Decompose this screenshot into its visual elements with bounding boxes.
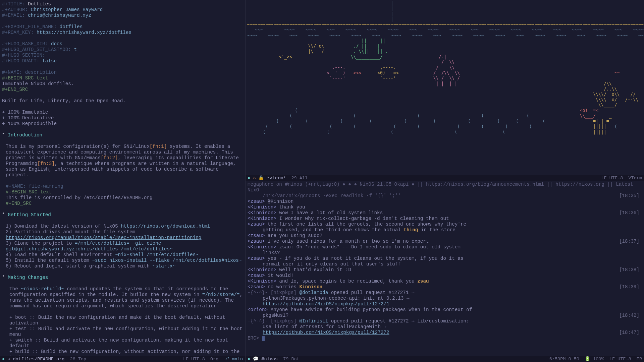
- irc-link[interactable]: https://github.com/NixOS/nixpkgs/pull/12…: [248, 330, 642, 336]
- heading-making-changes[interactable]: Making Changes: [8, 275, 48, 280]
- back-icon[interactable]: ◂: [7, 356, 13, 362]
- meta-key: #+HUGO_DRAFT:: [2, 58, 40, 64]
- list-item: 4) Load the default shell environment: [6, 252, 115, 257]
- irc-message: Anyone have advice for building python p…: [271, 307, 472, 312]
- major-mode[interactable]: VTerm: [628, 175, 642, 181]
- meta-key: #+EMAIL:: [2, 13, 25, 18]
- heading-intro[interactable]: Introduction: [8, 132, 42, 138]
- heading-getting-started[interactable]: Getting Started: [8, 212, 51, 218]
- irc-nick: <zsau>: [248, 273, 265, 278]
- inline-code: ~sudo nixos-install --flake /mnt/etc/dot…: [92, 258, 241, 263]
- irc-system-msg: -{^-^}- [nixpkgs] @Infinisil opened pull…: [248, 318, 642, 324]
- list-item: + 100% Reproducible: [2, 121, 243, 127]
- irc-nick: <Kinnison>: [248, 210, 276, 216]
- irc-system-msg: Use lists of attrsets for callPackageWit…: [248, 324, 642, 330]
- ascii-art: | | | | ~~~~~~~~~~~~~~~~~~~~~~~~~~~~~~: [247, 1, 643, 135]
- battery-pct: 100%: [593, 356, 604, 362]
- paragraph: The ~nixos-rebuild~ command updates the …: [2, 286, 243, 309]
- irc-topic: megaphone on #nixos (+nrt,lag:0) ● ● ● N…: [248, 182, 642, 193]
- buffer-name[interactable]: #nixos: [261, 356, 278, 362]
- modeline-left[interactable]: ● ◂ dotfiles/README.org 28 Top LF UTF-8 …: [0, 356, 245, 362]
- irc-nick: <zsau>: [248, 256, 265, 261]
- position-indicator: 28 Top: [70, 356, 87, 362]
- irc-nick: <Kinnison>: [248, 204, 276, 210]
- irc-message: <zsau> the first one lists all the gcroo…: [248, 222, 642, 227]
- src-name: #+NAME: file-warning: [6, 184, 63, 189]
- list-item: + test :: Build and activate the new con…: [2, 326, 243, 338]
- footnote-ref[interactable]: [fn:3]: [37, 161, 54, 166]
- end-src: #+END_SRC: [2, 87, 28, 92]
- irc-message: <Kinnison> wow I have a lot of old syste…: [248, 210, 642, 216]
- meta-val: https://chrishayward.xyz/dotfiles: [37, 30, 131, 35]
- footnote-ref[interactable]: [fn:1]: [150, 144, 167, 149]
- irc-message: normal user it only cleans out that user…: [248, 261, 642, 267]
- irc-buffer[interactable]: megaphone on #nixos (+nrt,lag:0) ● ● ● N…: [246, 181, 644, 356]
- encoding: LF UTF-8: [609, 356, 631, 362]
- irc-system-msg: python3Packages.python-ecobee-api: init …: [248, 296, 642, 301]
- heading-bullet: *: [2, 275, 8, 280]
- inline-code: ~startx~: [153, 263, 176, 269]
- buffer-name[interactable]: *vterm*: [267, 175, 286, 181]
- irc-input[interactable]: ERC>: [248, 336, 642, 341]
- meta-key: #+HUGO_BASE_DIR:: [2, 41, 48, 47]
- encoding: LF UTF-8: [183, 356, 205, 362]
- major-mode[interactable]: ER: [637, 356, 642, 362]
- position-indicator: 79 Bot: [283, 356, 300, 362]
- list-item: 1) Download the latest version of NixOS: [6, 224, 121, 229]
- doc-author: Christopher James Hayward: [31, 7, 103, 12]
- footnote-ref[interactable]: [fn:2]: [101, 155, 118, 161]
- modeline-irc[interactable]: ● 💬 #nixos 79 Bot 6:53PM 0.50 🔋 100% LF …: [246, 356, 644, 362]
- link[interactable]: https://nixos.org/manual/nixos/stable/#s…: [6, 235, 201, 240]
- irc-timestamp: [18:42]: [619, 313, 642, 318]
- buffer-name[interactable]: dotfiles/README.org: [13, 356, 64, 362]
- irc-timestamp: [18:37]: [619, 239, 642, 244]
- git-branch[interactable]: main: [232, 356, 243, 362]
- irc-nick: <zsau>: [248, 233, 265, 238]
- lock-icon: ⌂ 🔒: [253, 175, 267, 181]
- src-name: #+NAME: description: [2, 70, 57, 75]
- heading-bullet: *: [2, 212, 8, 218]
- inline-code: ~nixos-rebuild~: [21, 286, 64, 292]
- irc-message: <zsau> @Kinnison: [248, 199, 642, 204]
- irc-topic: /nix/var/nix/gcroots -exec readlink -f '…: [248, 193, 642, 199]
- list-item: + switch :: Build and activate the new c…: [2, 338, 243, 349]
- irc-timestamp: [18:35]: [619, 193, 642, 199]
- irc-nick: <Kinnison>: [248, 267, 276, 273]
- irc-timestamp: [18:36]: [619, 210, 642, 216]
- irc-message: <zsau> it would!: [248, 273, 642, 279]
- cursor: [262, 336, 265, 341]
- meta-val: t: [74, 47, 77, 52]
- irc-message: pkgsMusl?: [263, 313, 288, 318]
- irc-message: <Kinnison> well that'd explain it :D[18:…: [248, 267, 642, 273]
- meta-key: #+HUGO_SECTION:: [2, 53, 45, 58]
- list-item: 6) Reboot and login, start a graphical s…: [6, 263, 153, 269]
- position-indicator: 29 All: [291, 175, 308, 181]
- begin-src: #+BEGIN_SRC text: [2, 75, 48, 81]
- inline-code: =/mnt/etc/dotfiles=: [75, 241, 129, 246]
- org-buffer[interactable]: #+TITLE: Dotfiles #+AUTHOR: Christopher …: [0, 0, 245, 362]
- battery-icon: 🔋: [585, 356, 593, 362]
- dot-icon: ●: [248, 175, 253, 181]
- irc-message: <Kinnison> zsau: Oh *rude words* -- Do I…: [248, 244, 642, 250]
- modeline-vterm[interactable]: ● ⌂ 🔒 *vterm* 29 All LF UTF-8 VTerm: [246, 175, 644, 181]
- list-item: 3) Clone the project to: [6, 241, 75, 246]
- irc-link[interactable]: https://github.com/NixOS/nixpkgs/pull/12…: [248, 301, 642, 307]
- meta-val: docs: [51, 41, 62, 47]
- vterm-buffer[interactable]: | | | | ~~~~~~~~~~~~~~~~~~~~~~~~~~~~~~: [246, 0, 644, 175]
- inline-code: ~nix-shell /mnt/etc/dotfiles~: [115, 252, 199, 257]
- major-mode[interactable]: Org: [210, 356, 218, 362]
- branch-icon: ⎇: [224, 356, 232, 362]
- irc-nick: <zsau>: [248, 222, 265, 227]
- begin-src: #+BEGIN_SRC text: [6, 189, 52, 195]
- meta-key: #+HUGO_AUTO_SET_LASTMOD:: [2, 47, 71, 52]
- irc-nick: <zsau>: [248, 284, 265, 290]
- irc-nick: <orion>: [248, 307, 268, 312]
- link[interactable]: https://nixos.org/download.html: [121, 224, 210, 229]
- intro-paragraph: This is my personal configuration(s) for…: [2, 144, 243, 178]
- inline-code: =/nix/store/=: [202, 292, 240, 297]
- irc-message: getting used, and the third one shows th…: [248, 227, 642, 233]
- irc-message: <zsau> yes - if you do it as root it cle…: [248, 256, 642, 261]
- irc-nick: <Kinnison>: [248, 244, 276, 250]
- irc-nick: <Kinnison>: [248, 216, 276, 221]
- meta-key: #+AUTHOR:: [2, 7, 28, 12]
